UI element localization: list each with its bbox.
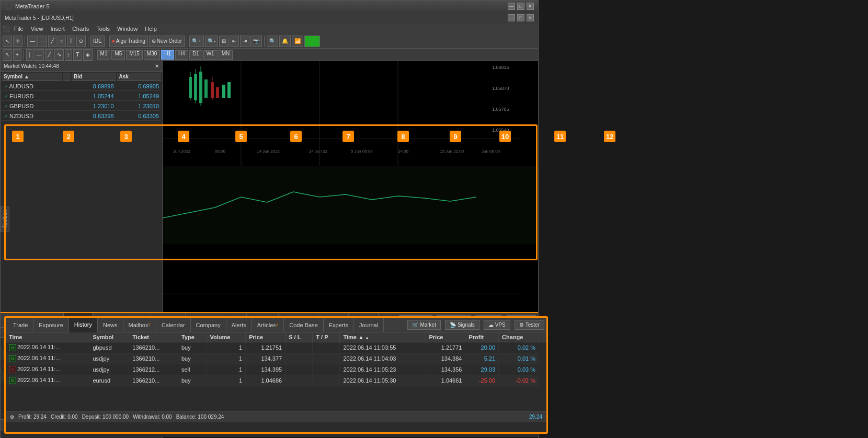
tag-btn[interactable]: ◈ [83,49,93,61]
svg-rect-14 [222,85,225,98]
market-watch-close[interactable]: ✕ [155,63,159,69]
second-summary-bar: ⊕ Profit: 29.24 Credit: 0.00 Deposit: 10… [6,411,546,422]
curve-btn[interactable]: ∿ [54,49,64,61]
menu-help[interactable]: Help [142,25,160,33]
algo-icon: ● [112,38,115,44]
scroll-right-btn[interactable]: ⇥ [240,36,249,47]
menu-charts[interactable]: Charts [69,25,92,33]
hline-btn2[interactable]: — [33,49,44,61]
row-profit-0: 20.00 [465,342,499,353]
algo-trading-btn[interactable]: ● Algo Trading [109,36,148,47]
s-market-btn[interactable]: 🛒 Market [407,320,441,330]
row-type-1: buy [178,353,207,364]
market-watch-row[interactable]: ↗ AUDUSD 0.69898 0.69905 [2,82,161,91]
s-tab-company[interactable]: Company [191,318,226,332]
screenshot-btn[interactable]: 📷 [250,36,262,47]
s-tab-mailbox[interactable]: Mailbox7 [123,318,156,332]
connect-btn[interactable]: 📶 [292,36,303,47]
row-sl-0 [285,342,313,353]
s-tab-articles[interactable]: Articles1 [252,318,284,332]
s-col-scroll[interactable] [539,332,546,342]
menu-window[interactable]: Window [114,25,141,33]
tf-m30[interactable]: M30 [144,50,160,60]
tf-h1[interactable]: H1 [161,50,174,60]
history-row[interactable]: S2022.06.14 11:... usdjpy 1366212... sel… [6,364,546,375]
fib-btn[interactable]: ⟟ [65,49,72,61]
search-btn[interactable]: 🔍 [267,36,278,47]
tf-d1[interactable]: D1 [189,50,202,60]
s-tab-codebase[interactable]: Code Base [284,318,323,332]
ide-btn[interactable]: IDE [90,36,105,47]
time-label-7: 15 Jun 22:00 [440,149,464,154]
plus-btn[interactable]: + [13,49,21,61]
text-tool[interactable]: T [67,36,75,47]
new-order-btn[interactable]: ⊕ New Order [149,36,185,47]
menu-insert[interactable]: Insert [47,25,68,33]
line-btn2[interactable]: | [26,49,33,61]
title-bar: ⬛ MetaTrader 5 — □ ✕ [1,1,538,12]
ray-tool[interactable]: ╱ [48,36,56,47]
sec-close[interactable]: ✕ [527,14,534,21]
row-ticket-3: 1366210... [129,375,178,386]
row-type-icon-3: B [9,377,16,384]
svg-rect-16 [163,166,538,244]
close-button[interactable]: ✕ [527,3,534,10]
row-volume-3: 1 [207,375,246,386]
hline-tool[interactable]: ╌ [39,36,47,47]
tf-w1[interactable]: W1 [203,50,218,60]
alerts-btn[interactable]: 🔔 [279,36,291,47]
scroll-left-btn[interactable]: ⇤ [230,36,239,47]
sec-minimize[interactable]: — [508,14,515,21]
s-vps-btn[interactable]: ☁ VPS [484,320,510,330]
market-watch-row[interactable]: ↗ NZDUSD 0.63298 0.63305 [2,112,161,121]
tf-m5[interactable]: M5 [111,50,125,60]
row-type-0: buy [178,342,207,353]
diag-btn[interactable]: ╱ [45,49,53,61]
tf-m1[interactable]: M1 [97,50,111,60]
market-watch-row[interactable]: ↗ EURUSD 1.05244 1.05249 [2,92,161,101]
menu-view[interactable]: View [28,25,47,33]
cursor-btn2[interactable]: ↖ [3,49,12,61]
tf-m15[interactable]: M15 [126,50,142,60]
history-row[interactable]: B2022.06.14 11:... gbpusd 1366210... buy… [6,342,546,353]
s-summary-profit: Profit: 29.24 [18,414,47,420]
line-tool[interactable]: — [27,36,38,47]
tf-h4[interactable]: H4 [175,50,188,60]
second-terminal-window: Trade Exposure History News Mailbox7 Cal… [4,316,548,434]
minimize-button[interactable]: — [508,3,515,10]
s-tab-experts[interactable]: Experts [324,318,354,332]
s-tab-calendar[interactable]: Calendar [156,318,191,332]
tf-mn[interactable]: MN [219,50,233,60]
s-tab-exposure[interactable]: Exposure [33,318,68,332]
anno-6: 6 [290,131,302,142]
s-tab-trade[interactable]: Trade [8,318,33,332]
ellipse-tool[interactable]: ⊙ [76,36,86,47]
zoom-out-btn[interactable]: 🔍- [205,36,218,47]
history-row[interactable]: B2022.06.14 11:... usdjpy 1366210... buy… [6,353,546,364]
market-watch-row[interactable]: ↗ GBPUSD 1.23010 1.23010 [2,102,161,111]
s-summary-deposit: Deposit: 100 000.00 [82,414,129,420]
s-tab-alerts[interactable]: Alerts [226,318,252,332]
channel-tool[interactable]: ≡ [58,36,66,47]
cursor-tool[interactable]: ↖ [3,36,12,47]
s-tab-news[interactable]: News [98,318,123,332]
history-row[interactable]: B2022.06.14 11:... eurusd 1366210... buy… [6,375,546,386]
s-tab-journal[interactable]: Journal [354,318,384,332]
anno-1: 1 [12,131,24,142]
s-tester-btn[interactable]: ⚙ Tester [515,320,544,330]
second-history-table-wrap: Time Symbol Ticket Type Volume Price S /… [6,332,546,411]
text-btn2[interactable]: T [73,49,82,61]
s-signals-btn[interactable]: 📡 Signals [445,320,479,330]
sec-restore[interactable]: □ [517,14,524,21]
tf-sep2 [95,50,95,60]
menu-tools[interactable]: Tools [93,25,113,33]
s-col-time2: Time ▲ [340,332,426,342]
new-order-icon: ⊕ [152,38,156,44]
grid-btn[interactable]: ⊞ [219,36,229,47]
zoom-in-btn[interactable]: 🔍+ [189,36,204,47]
s-tab-history[interactable]: History [69,318,98,332]
maximize-button[interactable]: □ [517,3,524,10]
mw-symbol-1: ↗ EURUSD [2,92,62,101]
menu-file[interactable]: File [11,25,27,33]
cross-tool[interactable]: ✛ [13,36,22,47]
